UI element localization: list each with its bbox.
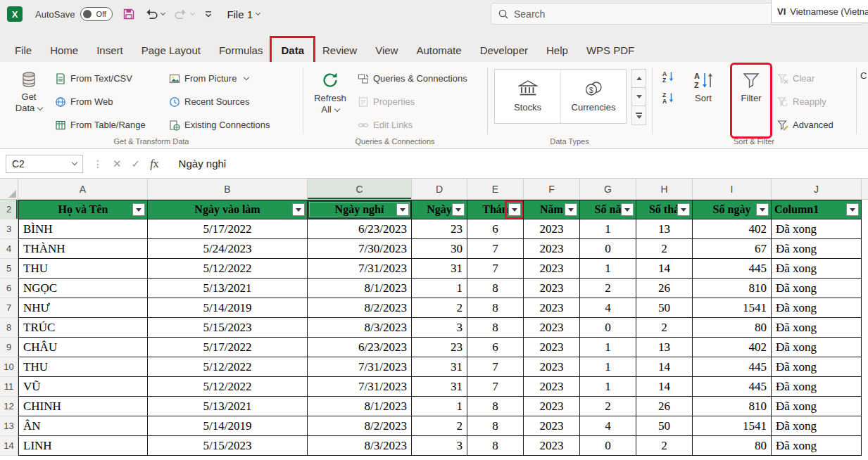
tab-home[interactable]: Home	[41, 38, 87, 62]
cell-A7[interactable]: NHƯ	[18, 298, 148, 318]
filter-button-C[interactable]	[396, 203, 409, 216]
cell-B14[interactable]: 5/15/2023	[148, 436, 308, 456]
column-header-G[interactable]: G	[580, 179, 636, 200]
cell-I3[interactable]: 402	[693, 219, 772, 239]
language-indicator[interactable]: VI Vietnamese (Vietna	[771, 0, 868, 23]
cell-G10[interactable]: 1	[580, 357, 636, 377]
button-recent-sources[interactable]: Recent Sources	[169, 92, 270, 111]
cell-C8[interactable]: 8/3/2023	[308, 318, 412, 338]
cell-C9[interactable]: 6/23/2023	[308, 338, 412, 357]
row-header-13[interactable]: 13	[0, 416, 18, 436]
cell-G6[interactable]: 2	[580, 279, 636, 298]
cell-I9[interactable]: 402	[693, 338, 772, 357]
cell-H6[interactable]: 26	[636, 279, 693, 298]
customize-qat-button[interactable]	[204, 10, 213, 18]
column-header-C[interactable]: C	[308, 179, 412, 200]
row-header-14[interactable]: 14	[0, 436, 18, 456]
tab-review[interactable]: Review	[313, 38, 366, 62]
filter-button-E[interactable]	[508, 203, 521, 216]
cell-J10[interactable]: Đã xong	[772, 357, 862, 377]
gallery-down-icon[interactable]	[632, 88, 646, 106]
cell-H11[interactable]: 14	[636, 377, 693, 397]
cell-G9[interactable]: 1	[580, 338, 636, 357]
cell-B9[interactable]: 5/17/2022	[148, 338, 308, 357]
cell-G5[interactable]: 1	[580, 259, 636, 279]
tab-formulas[interactable]: Formulas	[210, 38, 272, 62]
cell-I7[interactable]: 1541	[693, 298, 772, 318]
cell-I13[interactable]: 1541	[693, 416, 772, 436]
cell-A2[interactable]: Họ và Tên	[18, 200, 148, 219]
cell-F11[interactable]: 2023	[524, 377, 580, 397]
cell-G4[interactable]: 0	[580, 239, 636, 259]
column-header-F[interactable]: F	[524, 179, 580, 200]
cell-G7[interactable]: 4	[580, 298, 636, 318]
cell-H5[interactable]: 14	[636, 259, 693, 279]
cell-C13[interactable]: 8/2/2023	[308, 416, 412, 436]
row-header-11[interactable]: 11	[0, 377, 18, 397]
gallery-more-icon[interactable]	[632, 106, 646, 124]
filter-button[interactable]: Filter	[732, 65, 770, 136]
refresh-all-button[interactable]: Refresh All	[308, 65, 352, 136]
cell-B2[interactable]: Ngày vào làm	[148, 200, 308, 219]
button-from-table-range[interactable]: From Table/Range	[55, 115, 146, 134]
cell-G11[interactable]: 1	[580, 377, 636, 397]
cell-C5[interactable]: 7/31/2023	[308, 259, 412, 279]
cell-B10[interactable]: 5/12/2022	[148, 357, 308, 377]
cell-I10[interactable]: 445	[693, 357, 772, 377]
cell-H9[interactable]: 13	[636, 338, 693, 357]
filter-button-F[interactable]	[565, 203, 577, 216]
cell-E9[interactable]: 6	[467, 338, 524, 357]
cell-J4[interactable]: Đã xong	[772, 239, 862, 259]
button-from-web[interactable]: From Web	[55, 92, 146, 111]
cell-A9[interactable]: CHÂU	[18, 338, 148, 357]
column-header-B[interactable]: B	[148, 179, 308, 200]
tab-view[interactable]: View	[366, 38, 407, 62]
sort-button[interactable]: AZ Sort	[684, 65, 722, 136]
cell-E7[interactable]: 8	[467, 298, 524, 318]
cell-J13[interactable]: Đã xong	[772, 416, 862, 436]
cell-C7[interactable]: 8/2/2023	[308, 298, 412, 318]
cell-A13[interactable]: ÂN	[18, 416, 148, 436]
cell-E3[interactable]: 6	[467, 219, 524, 239]
cell-F14[interactable]: 2023	[524, 436, 580, 456]
cell-D6[interactable]: 1	[412, 279, 467, 298]
cell-E8[interactable]: 8	[467, 318, 524, 338]
cell-E2[interactable]: Thán	[467, 200, 524, 219]
cell-E13[interactable]: 8	[467, 416, 524, 436]
row-header-8[interactable]: 8	[0, 318, 18, 338]
row-header-6[interactable]: 6	[0, 279, 18, 298]
cell-J12[interactable]: Đã xong	[772, 397, 862, 416]
undo-button[interactable]	[145, 8, 165, 20]
cell-C6[interactable]: 8/1/2023	[308, 279, 412, 298]
cell-G3[interactable]: 1	[580, 219, 636, 239]
row-header-10[interactable]: 10	[0, 357, 18, 377]
cell-E11[interactable]: 7	[467, 377, 524, 397]
filter-button-D[interactable]	[452, 203, 465, 216]
cell-J11[interactable]: Đã xong	[772, 377, 862, 397]
cell-B5[interactable]: 5/12/2022	[148, 259, 308, 279]
column-header-E[interactable]: E	[467, 179, 524, 200]
button-queries-connections[interactable]: Queries & Connections	[358, 69, 467, 88]
cell-A3[interactable]: BÌNH	[18, 219, 148, 239]
cell-E14[interactable]: 8	[467, 436, 524, 456]
cell-F9[interactable]: 2023	[524, 338, 580, 357]
cell-D3[interactable]: 23	[412, 219, 467, 239]
cell-C2[interactable]: Ngày nghỉ	[308, 200, 412, 219]
cell-F3[interactable]: 2023	[524, 219, 580, 239]
cell-I2[interactable]: Số ngày	[693, 200, 772, 219]
cell-D11[interactable]: 31	[412, 377, 467, 397]
cell-A10[interactable]: THU	[18, 357, 148, 377]
cell-E12[interactable]: 8	[467, 397, 524, 416]
cell-B6[interactable]: 5/13/2021	[148, 279, 308, 298]
button-from-picture[interactable]: From Picture	[169, 69, 270, 88]
tab-help[interactable]: Help	[537, 38, 577, 62]
cell-H4[interactable]: 2	[636, 239, 693, 259]
insert-function-icon[interactable]: fx	[150, 158, 158, 170]
sort-descending-button[interactable]: ZA	[659, 89, 677, 107]
cell-B7[interactable]: 5/14/2019	[148, 298, 308, 318]
cell-H14[interactable]: 2	[636, 436, 693, 456]
button-advanced[interactable]: Advanced	[777, 115, 834, 134]
cell-B3[interactable]: 5/17/2022	[148, 219, 308, 239]
cell-D12[interactable]: 1	[412, 397, 467, 416]
button-from-text-csv[interactable]: From Text/CSV	[55, 69, 146, 88]
